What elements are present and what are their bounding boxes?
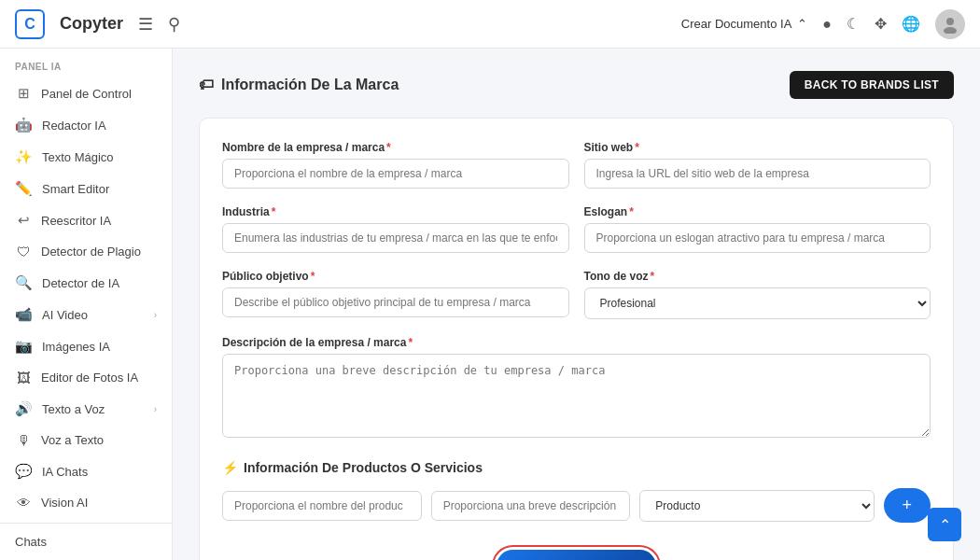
section-title-text: Información De La Marca <box>221 77 399 93</box>
sidebar-item-voz-texto[interactable]: 🎙 Voz a Texto <box>0 425 172 455</box>
svg-point-1 <box>944 27 957 34</box>
robot-icon: 🤖 <box>15 117 33 133</box>
website-group: Sitio web* <box>584 141 931 189</box>
product-desc-input[interactable] <box>431 491 631 521</box>
form-row-4: Descripción de la empresa / marca* <box>222 336 931 438</box>
industry-input[interactable] <box>222 223 569 253</box>
edit-icon: ✏️ <box>15 180 33 197</box>
public-label: Público objetivo* <box>222 270 569 283</box>
crear-btn-container: CREAR <box>492 545 661 560</box>
sidebar-item-vision-ai[interactable]: 👁 Vision AI <box>0 487 172 518</box>
company-name-input[interactable] <box>222 159 569 189</box>
chats-label: Chats <box>15 535 47 549</box>
topnav-left: C Copyter ☰ ⚲ <box>15 9 180 39</box>
mic-icon: 🎙 <box>15 432 32 448</box>
website-input[interactable] <box>584 159 931 189</box>
sidebar-item-label: Panel de Control <box>41 87 157 101</box>
sidebar-section-label: PANEL IA <box>0 49 172 77</box>
sidebar-item-ia-chats[interactable]: 💬 IA Chats <box>0 455 172 487</box>
sidebar-item-label: Detector de Plagio <box>41 245 157 259</box>
sidebar-item-texto-magico[interactable]: ✨ Texto Mágico <box>0 141 172 173</box>
public-input[interactable] <box>222 287 569 317</box>
logo-box: C <box>15 9 45 39</box>
slogan-group: Eslogan* <box>584 205 931 253</box>
sidebar-item-label: AI Video <box>42 308 145 322</box>
search-icon[interactable]: ⚲ <box>168 14 180 35</box>
move-icon[interactable]: ✥ <box>875 15 887 33</box>
globe-icon[interactable]: 🌐 <box>902 15 920 33</box>
crear-doc-label: Crear Documento IA <box>681 17 792 31</box>
notification-icon[interactable]: ● <box>822 16 832 33</box>
speaker-icon: 🔊 <box>15 400 33 417</box>
sidebar-item-label: Imágenes IA <box>42 340 157 354</box>
shield-icon: 🛡 <box>15 244 32 259</box>
detector-icon: 🔍 <box>15 274 33 291</box>
magic-icon: ✨ <box>15 148 33 165</box>
sidebar-item-label: Editor de Fotos IA <box>41 371 157 385</box>
product-type-select[interactable]: Producto Servicio <box>639 490 874 522</box>
chevron-right-icon: › <box>154 404 157 414</box>
rewrite-icon: ↩ <box>15 212 32 229</box>
sidebar-item-panel-control[interactable]: ⊞ Panel de Control <box>0 77 172 109</box>
sidebar-item-label: Voz a Texto <box>41 433 157 447</box>
sidebar-item-label: Reescritor IA <box>41 214 157 228</box>
description-textarea[interactable] <box>222 354 931 438</box>
topnav-right: Crear Documento IA ⌃ ● ☾ ✥ 🌐 <box>681 9 965 39</box>
scroll-top-button[interactable]: ⌃ <box>928 508 961 541</box>
sidebar-item-texto-voz[interactable]: 🔊 Texto a Voz › <box>0 393 172 425</box>
sidebar-item-label: Redactor IA <box>42 119 157 133</box>
sidebar-item-label: Smart Editor <box>42 182 157 196</box>
grid-icon: ⊞ <box>15 85 32 102</box>
crear-button[interactable]: CREAR <box>497 550 656 560</box>
products-section: ⚡ Información De Productos O Servicios P… <box>222 460 931 523</box>
product-name-input[interactable] <box>222 491 422 521</box>
slogan-label: Eslogan* <box>584 205 931 218</box>
products-title: ⚡ Información De Productos O Servicios <box>222 460 931 475</box>
chats-bottom-item[interactable]: Chats <box>0 523 172 560</box>
sidebar-item-editor-fotos-ia[interactable]: 🖼 Editor de Fotos IA <box>0 362 172 393</box>
logo-letter: C <box>24 16 35 33</box>
sidebar-item-detector-ia[interactable]: 🔍 Detector de IA <box>0 267 172 299</box>
chevron-right-icon: › <box>154 310 157 320</box>
user-avatar[interactable] <box>935 9 965 39</box>
section-title: 🏷 Información De La Marca <box>199 77 399 93</box>
sidebar: PANEL IA ⊞ Panel de Control 🤖 Redactor I… <box>0 49 173 560</box>
back-to-brands-button[interactable]: BACK TO BRANDS LIST <box>790 71 954 99</box>
sidebar-item-label: Texto Mágico <box>42 150 157 164</box>
form-row-3: Público objetivo* Tono de voz* Profesion… <box>222 270 931 319</box>
public-group: Público objetivo* <box>222 270 569 319</box>
tone-select[interactable]: Profesional Casual Formal Amigable <box>584 287 931 319</box>
brand-icon: 🏷 <box>199 77 214 93</box>
add-product-button[interactable]: + <box>884 488 931 523</box>
tone-label: Tono de voz* <box>584 270 931 283</box>
hamburger-icon[interactable]: ☰ <box>138 14 153 35</box>
sidebar-item-smart-editor[interactable]: ✏️ Smart Editor <box>0 173 172 204</box>
description-label: Descripción de la empresa / marca* <box>222 336 931 349</box>
chat-icon: 💬 <box>15 463 33 480</box>
company-name-group: Nombre de la empresa / marca* <box>222 141 569 189</box>
svg-point-0 <box>946 18 954 25</box>
form-row-1: Nombre de la empresa / marca* Sitio web* <box>222 141 931 189</box>
sidebar-item-redactor-ia[interactable]: 🤖 Redactor IA <box>0 109 172 141</box>
sidebar-item-label: Texto a Voz <box>42 402 145 416</box>
sidebar-item-detector-plagio[interactable]: 🛡 Detector de Plagio <box>0 236 172 267</box>
website-label: Sitio web* <box>584 141 931 154</box>
sidebar-item-label: Detector de IA <box>42 276 157 290</box>
sidebar-item-label: IA Chats <box>42 465 157 479</box>
sidebar-item-reescritor-ia[interactable]: ↩ Reescritor IA <box>0 204 172 236</box>
main-layout: PANEL IA ⊞ Panel de Control 🤖 Redactor I… <box>0 49 980 560</box>
section-header: 🏷 Información De La Marca BACK TO BRANDS… <box>199 71 954 99</box>
sidebar-item-imagenes-ia[interactable]: 📷 Imágenes IA <box>0 330 172 362</box>
eye-icon: 👁 <box>15 495 32 511</box>
products-icon: ⚡ <box>222 460 238 475</box>
description-group: Descripción de la empresa / marca* <box>222 336 931 438</box>
crear-documento-button[interactable]: Crear Documento IA ⌃ <box>681 17 808 31</box>
sidebar-item-ai-video[interactable]: 📹 AI Video › <box>0 299 172 330</box>
moon-icon[interactable]: ☾ <box>847 15 860 33</box>
products-title-text: Información De Productos O Servicios <box>244 460 483 475</box>
slogan-input[interactable] <box>584 223 931 253</box>
crear-wrapper: CREAR <box>222 545 931 560</box>
form-row-2: Industria* Eslogan* <box>222 205 931 253</box>
brand-form-card: Nombre de la empresa / marca* Sitio web*… <box>199 118 954 560</box>
products-row: Producto Servicio + <box>222 488 931 523</box>
